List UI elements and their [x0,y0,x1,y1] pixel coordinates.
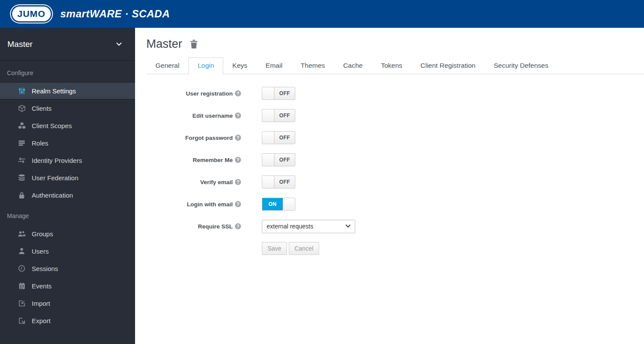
realm-selector[interactable]: Master [0,28,135,61]
sidebar-item-label: Export [32,317,50,324]
realm-selector-label: Master [7,40,33,49]
form-row-forgot-password: Forgot password OFF [146,131,644,144]
delete-realm-button[interactable] [190,40,198,49]
toggle-verify-email[interactable]: OFF [262,175,295,189]
toggle-state-label: OFF [274,154,295,166]
cube-icon [17,105,26,112]
sidebar-item-clients[interactable]: Clients [0,99,135,117]
tab-tokens[interactable]: Tokens [372,57,411,74]
toggle-state-label: OFF [274,87,295,99]
sidebar-item-identity-providers[interactable]: Identity Providers [0,152,135,169]
save-button[interactable]: Save [262,242,287,255]
sidebar-item-users[interactable]: Users [0,242,135,260]
jumo-logo: JUMO [12,7,51,21]
sidebar-item-sessions[interactable]: Sessions [0,260,135,277]
sidebar-item-label: Clients [32,105,52,112]
cubes-icon [17,122,26,129]
realm-tabs: General Login Keys Email Themes Cache To… [146,57,644,74]
form-row-user-registration: User registration OFF [146,87,644,100]
toggle-state-label: OFF [274,109,295,122]
sidebar-item-realm-settings[interactable]: Realm Settings [0,82,135,99]
form-row-remember-me: Remember Me OFF [146,153,644,166]
sidebar-item-client-scopes[interactable]: Client Scopes [0,117,135,134]
form-row-edit-username: Edit username OFF [146,109,644,122]
toggle-forgot-password[interactable]: OFF [262,131,295,144]
tab-client-registration[interactable]: Client Registration [411,57,485,74]
cancel-button[interactable]: Cancel [289,242,319,255]
sliders-icon [17,87,26,95]
help-icon[interactable] [235,223,241,229]
tab-login[interactable]: Login [188,57,223,74]
tab-security-defenses[interactable]: Security Defenses [485,57,558,74]
sidebar-item-import[interactable]: Import [0,294,135,312]
sidebar-item-groups[interactable]: Groups [0,225,135,242]
clock-icon [17,265,26,272]
toggle-state-label: OFF [274,132,295,144]
field-label: User registration [186,90,233,97]
tab-general[interactable]: General [146,57,188,74]
form-row-login-with-email: Login with email ON [146,198,644,211]
field-label: Require SSL [198,223,233,230]
help-icon[interactable] [235,135,241,141]
sidebar-item-label: Groups [32,230,53,238]
toggle-handle [262,154,274,166]
toggle-edit-username[interactable]: OFF [262,109,295,122]
sidebar-item-label: Users [32,248,49,255]
sidebar-item-label: Roles [32,139,48,147]
field-label: Login with email [187,201,233,208]
users-icon [17,231,26,237]
lock-icon [17,192,26,199]
page-title: Master [146,37,182,51]
chevron-down-icon [116,42,122,46]
login-settings-form: User registration OFF Edit username [146,87,644,255]
help-icon[interactable] [235,157,241,163]
sidebar-item-authentication[interactable]: Authentication [0,186,135,204]
export-arrow-icon [17,318,26,324]
sidebar-item-export[interactable]: Export [0,312,135,329]
main-content: Master General Login Keys Email Themes C… [135,28,644,344]
jumo-logo-text: JUMO [17,9,46,19]
exchange-arrows-icon [17,157,26,163]
app-header: JUMO smartWARE · SCADA [0,0,644,28]
help-icon[interactable] [235,179,241,185]
tab-themes[interactable]: Themes [291,57,334,74]
sidebar-item-label: Import [32,300,50,307]
toggle-handle [262,87,274,99]
sidebar-item-label: Realm Settings [32,87,76,95]
help-icon[interactable] [235,112,241,119]
form-row-require-ssl: Require SSL external requests [146,220,644,233]
form-row-verify-email: Verify email OFF [146,175,644,189]
sidebar-item-user-federation[interactable]: User Federation [0,169,135,186]
sidebar-item-label: User Federation [32,174,79,182]
toggle-state-label: ON [262,198,283,210]
sidebar-item-events[interactable]: Events [0,277,135,294]
sidebar-item-label: Events [32,282,52,290]
list-bars-icon [17,139,26,146]
import-arrow-icon [17,300,26,307]
sidebar: Master Configure Realm Settings Clients … [0,28,135,344]
toggle-handle [283,198,295,210]
help-icon[interactable] [235,201,241,207]
tab-email[interactable]: Email [257,57,292,74]
tab-keys[interactable]: Keys [223,57,256,74]
field-label: Edit username [192,112,233,119]
tab-cache[interactable]: Cache [334,57,372,74]
user-icon [17,248,26,255]
sidebar-item-roles[interactable]: Roles [0,134,135,152]
toggle-user-registration[interactable]: OFF [262,87,295,100]
toggle-handle [262,132,274,144]
calendar-icon [17,282,26,289]
form-actions: Save Cancel [262,242,644,255]
sidebar-section-configure: Configure [0,61,135,82]
toggle-state-label: OFF [274,176,295,188]
help-icon[interactable] [235,90,241,96]
toggle-remember-me[interactable]: OFF [262,153,295,166]
require-ssl-select[interactable]: external requests [262,220,355,233]
sidebar-item-label: Identity Providers [32,157,82,164]
toggle-login-with-email[interactable]: ON [262,198,295,211]
sidebar-item-label: Client Scopes [32,122,72,129]
toggle-handle [262,176,274,188]
field-label: Verify email [200,179,233,185]
sidebar-item-label: Authentication [32,192,73,199]
database-icon [17,174,26,182]
